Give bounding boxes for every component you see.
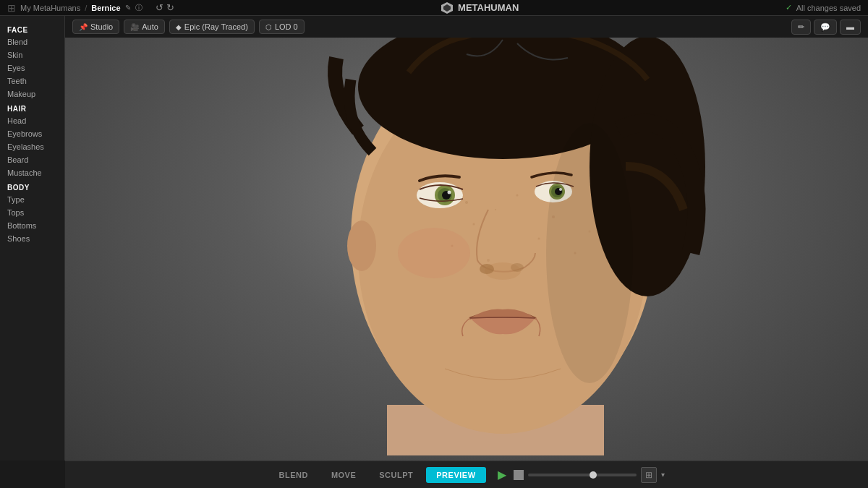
info-icon[interactable]: ⓘ bbox=[135, 3, 142, 13]
sidebar-item-makeup[interactable]: Makeup bbox=[0, 87, 64, 100]
diamond-icon: ◆ bbox=[176, 23, 182, 31]
undo-redo-controls: ↺ ↻ bbox=[156, 2, 174, 13]
breadcrumb: ⊞ My MetaHumans / Bernice ✎ ⓘ ↺ ↻ bbox=[7, 2, 174, 14]
studio-button[interactable]: 📌 Studio bbox=[72, 20, 119, 34]
preview-mode-button[interactable]: PREVIEW bbox=[426, 467, 485, 483]
timeline-slider[interactable] bbox=[528, 474, 637, 476]
character-name: Bernice bbox=[91, 4, 120, 12]
sidebar-item-bottoms[interactable]: Bottoms bbox=[0, 219, 64, 232]
svg-point-8 bbox=[473, 223, 475, 225]
grid-view-button[interactable]: ⊞ bbox=[641, 467, 657, 483]
pin-icon: 📌 bbox=[79, 23, 88, 31]
layers-icon: ⬡ bbox=[265, 23, 272, 31]
sidebar-item-skin[interactable]: Skin bbox=[0, 48, 64, 61]
svg-point-9 bbox=[495, 209, 496, 210]
character-preview bbox=[65, 16, 868, 461]
pencil-icon: ✏ bbox=[798, 22, 804, 32]
stop-button[interactable] bbox=[514, 470, 524, 480]
face-section-header: FACE bbox=[0, 22, 64, 35]
sidebar-item-blend[interactable]: Blend bbox=[0, 35, 64, 48]
svg-point-13 bbox=[487, 259, 490, 262]
sculpt-mode-button[interactable]: SCULPT bbox=[369, 467, 423, 483]
svg-point-7 bbox=[516, 194, 519, 196]
sidebar-item-type[interactable]: Type bbox=[0, 193, 64, 206]
svg-point-11 bbox=[538, 237, 540, 239]
ray-traced-button[interactable]: ◆ Epic (Ray Traced) bbox=[169, 20, 255, 34]
main-viewport[interactable]: 0.3.2-16020221 e79bf9c0-bb01-c7bc-a292-0… bbox=[65, 16, 868, 461]
camera-icon: 🎥 bbox=[130, 23, 139, 31]
sidebar-item-eyelashes[interactable]: Eyelashes bbox=[0, 140, 64, 153]
bubble-icon: 💬 bbox=[820, 22, 830, 32]
svg-point-6 bbox=[465, 201, 468, 204]
character-face-svg bbox=[264, 22, 770, 455]
svg-point-31 bbox=[398, 228, 470, 278]
blend-mode-button[interactable]: BLEND bbox=[268, 467, 318, 483]
breadcrumb-parent[interactable]: My MetaHumans bbox=[20, 4, 80, 12]
svg-point-33 bbox=[546, 123, 633, 383]
sidebar-item-tops[interactable]: Tops bbox=[0, 206, 64, 219]
viewport-toolbar: 📌 Studio 🎥 Auto ◆ Epic (Ray Traced) ⬡ LO… bbox=[65, 16, 868, 38]
sidebar-item-shoes[interactable]: Shoes bbox=[0, 232, 64, 245]
redo-button[interactable]: ↻ bbox=[166, 2, 174, 13]
app-logo: METAHUMAN bbox=[441, 1, 519, 14]
play-button[interactable]: ▶ bbox=[495, 468, 509, 482]
app-icon: ⊞ bbox=[7, 2, 16, 14]
sidebar-item-head[interactable]: Head bbox=[0, 114, 64, 127]
body-section-header: BODY bbox=[0, 179, 64, 193]
sidebar-item-mustache[interactable]: Mustache bbox=[0, 166, 64, 179]
bubble-tool-button[interactable]: 💬 bbox=[814, 20, 837, 35]
edit-icon[interactable]: ✎ bbox=[125, 4, 131, 12]
screen-icon: ▬ bbox=[846, 22, 854, 31]
sidebar-item-eyebrows[interactable]: Eyebrows bbox=[0, 127, 64, 140]
grid-icon: ⊞ bbox=[645, 470, 652, 480]
undo-button[interactable]: ↺ bbox=[156, 2, 163, 13]
app-name: METAHUMAN bbox=[458, 2, 519, 13]
bottom-toolbar: BLEND MOVE SCULPT PREVIEW ▶ ⊞ ▾ bbox=[65, 461, 868, 488]
pencil-tool-button[interactable]: ✏ bbox=[791, 20, 811, 35]
svg-point-30 bbox=[511, 263, 524, 272]
sidebar-item-beard[interactable]: Beard bbox=[0, 153, 64, 166]
top-bar: ⊞ My MetaHumans / Bernice ✎ ⓘ ↺ ↻ METAHU… bbox=[0, 0, 868, 16]
sidebar: FACE Blend Skin Eyes Teeth Makeup HAIR H… bbox=[0, 16, 65, 461]
saved-icon: ✓ bbox=[786, 3, 792, 12]
chevron-down-icon[interactable]: ▾ bbox=[661, 471, 665, 479]
svg-point-32 bbox=[347, 221, 376, 271]
lod-button[interactable]: ⬡ LOD 0 bbox=[259, 20, 305, 34]
auto-button[interactable]: 🎥 Auto bbox=[124, 20, 165, 34]
sidebar-item-teeth[interactable]: Teeth bbox=[0, 74, 64, 87]
sidebar-item-eyes[interactable]: Eyes bbox=[0, 61, 64, 74]
hair-section-header: HAIR bbox=[0, 100, 64, 114]
svg-point-29 bbox=[480, 264, 494, 274]
screen-tool-button[interactable]: ▬ bbox=[840, 20, 861, 35]
timeline-handle[interactable] bbox=[590, 471, 597, 479]
breadcrumb-separator: / bbox=[85, 4, 87, 12]
status-area: ✓ All changes saved bbox=[786, 3, 861, 12]
move-mode-button[interactable]: MOVE bbox=[321, 467, 366, 483]
svg-point-22 bbox=[448, 190, 451, 194]
saved-status: All changes saved bbox=[796, 4, 861, 12]
metahuman-logo-icon bbox=[441, 1, 454, 14]
play-controls: ▶ ⊞ ▾ bbox=[495, 467, 665, 483]
